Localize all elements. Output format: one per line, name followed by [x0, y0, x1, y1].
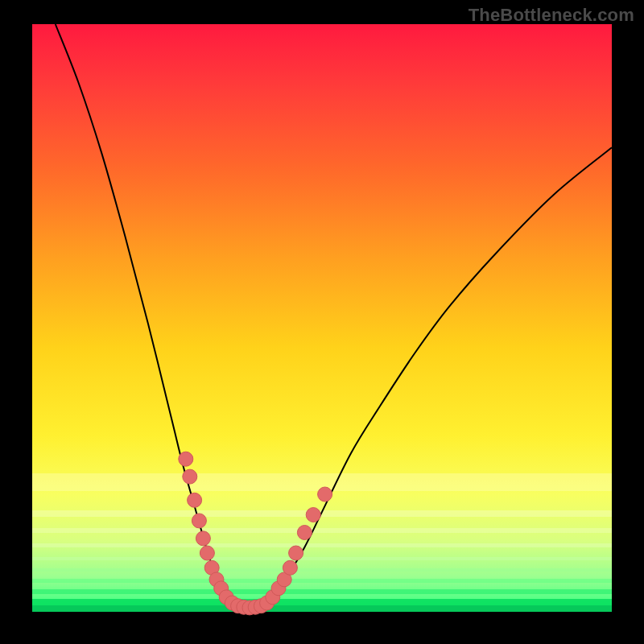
chart-svg: [32, 24, 612, 612]
data-marker: [192, 514, 206, 528]
data-marker: [179, 452, 193, 466]
data-marker: [297, 526, 312, 540]
markers-group: [179, 452, 332, 615]
series-group: [56, 24, 612, 609]
chart-frame: TheBottleneck.com: [0, 0, 644, 644]
data-marker: [283, 560, 297, 575]
data-marker: [306, 508, 320, 522]
watermark-label: TheBottleneck.com: [469, 5, 634, 26]
data-marker: [183, 469, 197, 484]
curve-left: [56, 24, 235, 606]
curve-right: [264, 147, 612, 605]
data-marker: [318, 487, 332, 502]
data-marker: [289, 546, 303, 560]
data-marker: [188, 493, 202, 507]
data-marker: [200, 546, 214, 560]
data-marker: [196, 531, 210, 546]
